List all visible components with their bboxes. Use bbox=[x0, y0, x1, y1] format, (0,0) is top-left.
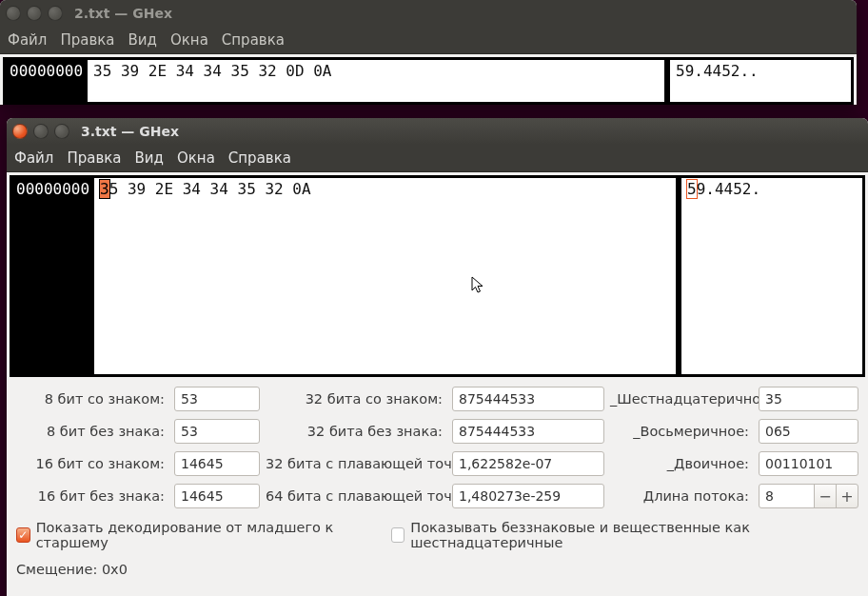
window-title-1: 2.txt — GHex bbox=[74, 6, 172, 21]
ascii-column[interactable]: 59.4452.. bbox=[670, 60, 851, 102]
unsigned-hex-checkbox[interactable] bbox=[391, 527, 405, 543]
minimize-button[interactable] bbox=[33, 124, 49, 139]
label-hex: _Шестнадцатеричное: bbox=[610, 391, 753, 407]
window-title-2: 3.txt — GHex bbox=[81, 124, 179, 139]
value-stream[interactable]: 8 bbox=[759, 484, 815, 508]
selected-nibble[interactable]: 3 bbox=[100, 180, 109, 198]
hex-bytes-column[interactable]: 35 39 2E 34 34 35 32 0A bbox=[94, 178, 681, 374]
menu-file[interactable]: Файл bbox=[8, 31, 47, 49]
value-u8[interactable]: 53 bbox=[174, 419, 260, 444]
value-f64[interactable]: 1,480273e-259 bbox=[452, 484, 604, 508]
value-hex[interactable]: 35 bbox=[759, 387, 858, 411]
close-button[interactable] bbox=[6, 6, 21, 21]
menubar-1: Файл Правка Вид Окна Справка bbox=[0, 27, 857, 54]
maximize-button[interactable] bbox=[48, 6, 63, 21]
checkbox-row: Показать декодирование от младшего к ста… bbox=[16, 520, 858, 550]
little-endian-checkbox[interactable] bbox=[16, 527, 30, 543]
value-s8[interactable]: 53 bbox=[174, 387, 260, 411]
value-f32[interactable]: 1,622582e-07 bbox=[452, 451, 604, 476]
menu-windows[interactable]: Окна bbox=[177, 149, 215, 167]
stream-length-control: 8 − + bbox=[759, 484, 858, 508]
label-s8: 8 бит со знаком: bbox=[16, 391, 168, 407]
ascii-rest[interactable]: 9.4452. bbox=[697, 180, 760, 198]
hex-editor-2[interactable]: 00000000 35 39 2E 34 34 35 32 0A 59.4452… bbox=[10, 175, 865, 377]
minimize-button[interactable] bbox=[27, 6, 42, 21]
offset-column: 00000000 bbox=[12, 178, 94, 374]
label-u32: 32 бита без знака: bbox=[266, 424, 446, 439]
stream-plus-button[interactable]: + bbox=[836, 484, 858, 508]
label-bin: _Двоичное: bbox=[610, 456, 753, 471]
label-s16: 16 бит со знаком: bbox=[16, 456, 168, 471]
value-oct[interactable]: 065 bbox=[759, 419, 858, 444]
value-s32[interactable]: 875444533 bbox=[452, 387, 604, 411]
menu-edit[interactable]: Правка bbox=[67, 149, 121, 167]
label-f64: 64 бита с плавающей точкой: bbox=[266, 488, 446, 504]
selected-ascii-char[interactable]: 5 bbox=[687, 180, 697, 198]
value-s16[interactable]: 14645 bbox=[174, 451, 260, 476]
little-endian-label: Показать декодирование от младшего к ста… bbox=[36, 520, 374, 550]
menubar-2: Файл Правка Вид Окна Справка bbox=[7, 145, 868, 172]
ascii-column[interactable]: 59.4452. bbox=[681, 178, 862, 374]
label-f32: 32 бита с плавающей точкой: bbox=[266, 456, 446, 471]
data-inspector-panel: 8 бит со знаком: 53 32 бита со знаком: 8… bbox=[7, 377, 868, 585]
label-s32: 32 бита со знаком: bbox=[266, 391, 446, 407]
value-bin[interactable]: 00110101 bbox=[759, 451, 858, 476]
maximize-button[interactable] bbox=[54, 124, 69, 139]
menu-view[interactable]: Вид bbox=[135, 149, 164, 167]
ghex-window-2: 3.txt — GHex Файл Правка Вид Окна Справк… bbox=[7, 118, 868, 596]
byte-rest[interactable]: 5 bbox=[109, 180, 119, 198]
offset-column: 00000000 bbox=[6, 60, 88, 102]
label-oct: _Восьмеричное: bbox=[610, 424, 753, 439]
stream-minus-button[interactable]: − bbox=[814, 484, 837, 508]
offset-status: Смещение: 0x0 bbox=[16, 562, 858, 577]
menu-edit[interactable]: Правка bbox=[60, 31, 114, 49]
label-u16: 16 бит без знака: bbox=[16, 488, 168, 504]
menu-help[interactable]: Справка bbox=[222, 31, 285, 49]
menu-view[interactable]: Вид bbox=[128, 31, 157, 49]
titlebar-1[interactable]: 2.txt — GHex bbox=[0, 0, 857, 27]
close-button[interactable] bbox=[12, 124, 28, 139]
unsigned-hex-label: Показывать беззнаковые и вещественные ка… bbox=[410, 520, 858, 550]
value-u16[interactable]: 14645 bbox=[174, 484, 260, 508]
hex-bytes-column[interactable]: 35 39 2E 34 34 35 32 0D 0A bbox=[88, 60, 670, 102]
menu-windows[interactable]: Окна bbox=[170, 31, 208, 49]
little-endian-checkbox-group[interactable]: Показать декодирование от младшего к ста… bbox=[16, 520, 374, 550]
label-stream: Длина потока: bbox=[610, 488, 753, 504]
value-u32[interactable]: 875444533 bbox=[452, 419, 604, 444]
titlebar-2[interactable]: 3.txt — GHex bbox=[7, 118, 868, 145]
menu-help[interactable]: Справка bbox=[228, 149, 291, 167]
ghex-window-1: 2.txt — GHex Файл Правка Вид Окна Справк… bbox=[0, 0, 857, 105]
hex-editor-1[interactable]: 00000000 35 39 2E 34 34 35 32 0D 0A 59.4… bbox=[3, 57, 854, 105]
menu-file[interactable]: Файл bbox=[14, 149, 53, 167]
hex-bytes-rest[interactable]: 39 2E 34 34 35 32 0A bbox=[118, 180, 310, 198]
unsigned-hex-checkbox-group[interactable]: Показывать беззнаковые и вещественные ка… bbox=[391, 520, 858, 550]
label-u8: 8 бит без знака: bbox=[16, 424, 168, 439]
